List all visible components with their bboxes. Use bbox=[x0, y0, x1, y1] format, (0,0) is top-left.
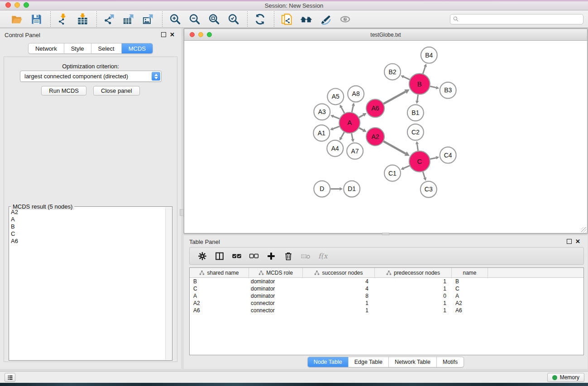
tab-network-table[interactable]: Network Table bbox=[388, 357, 436, 367]
zoom-out-icon bbox=[188, 13, 201, 25]
column-header-shared-name[interactable]: shared name bbox=[190, 268, 249, 277]
tab-motifs[interactable]: Motifs bbox=[436, 357, 464, 367]
function-builder-button[interactable]: f(x) bbox=[317, 251, 328, 262]
memory-button[interactable]: Memory bbox=[547, 373, 584, 382]
column-header-name[interactable]: name bbox=[452, 268, 488, 277]
tab-node-table[interactable]: Node Table bbox=[308, 357, 348, 367]
vertical-splitter-handle[interactable] bbox=[180, 209, 184, 216]
edge-A-A6[interactable] bbox=[359, 115, 363, 118]
edge-A-A1[interactable] bbox=[333, 126, 339, 129]
tab-mcds[interactable]: MCDS bbox=[121, 43, 153, 53]
arrowhead-icon bbox=[423, 177, 426, 181]
result-item[interactable]: C bbox=[11, 230, 165, 238]
select-all-checkboxes-button[interactable] bbox=[231, 251, 242, 262]
float-panel-icon[interactable] bbox=[161, 32, 166, 37]
table-row[interactable]: A6connector11A6 bbox=[190, 307, 583, 314]
column-header-filler bbox=[488, 268, 583, 277]
birds-eye-button[interactable] bbox=[338, 12, 352, 26]
cell: A2 bbox=[452, 300, 488, 306]
tab-select[interactable]: Select bbox=[91, 43, 121, 53]
graphics-details-button[interactable] bbox=[319, 12, 332, 26]
edge-A-A5[interactable] bbox=[341, 107, 344, 113]
table-row[interactable]: Bdominator41B bbox=[190, 278, 583, 285]
delete-row-button[interactable] bbox=[283, 251, 294, 262]
edge-B-B3[interactable] bbox=[430, 86, 436, 88]
network-view-window: testGlobe.txt B4B2BB3A5A8A6A3B1AC2A1A2A4… bbox=[184, 29, 588, 234]
result-item[interactable]: A6 bbox=[11, 238, 165, 245]
table-row[interactable]: Adominator80A bbox=[190, 292, 583, 300]
open-session-button[interactable] bbox=[10, 12, 24, 26]
close-table-panel-icon[interactable]: ✕ bbox=[575, 239, 580, 244]
node-label-A7: A7 bbox=[351, 148, 359, 155]
network-file-button[interactable] bbox=[280, 12, 293, 26]
zoom-out-button[interactable] bbox=[187, 12, 201, 26]
cell: A bbox=[452, 293, 488, 299]
node-label-A3: A3 bbox=[318, 108, 326, 115]
column-header-MCDS-role[interactable]: MCDS role bbox=[249, 268, 303, 277]
zoom-in-button[interactable] bbox=[168, 12, 182, 26]
export-table-button[interactable] bbox=[122, 12, 135, 26]
import-table-button[interactable] bbox=[76, 12, 89, 26]
close-panel-button[interactable]: Close panel bbox=[93, 86, 140, 95]
show-panels-button[interactable] bbox=[5, 373, 15, 382]
export-table-icon bbox=[123, 13, 135, 25]
column-selector-button[interactable] bbox=[214, 251, 225, 262]
tab-edge-table[interactable]: Edge Table bbox=[348, 357, 388, 367]
edge-A6-B[interactable] bbox=[383, 92, 405, 104]
column-label: name bbox=[463, 270, 476, 276]
network-canvas[interactable]: B4B2BB3A5A8A6A3B1AC2A1A2A4A7C4CC1C3DD1 bbox=[185, 41, 587, 233]
result-scrollbar[interactable] bbox=[165, 207, 172, 360]
edge-A-A3[interactable] bbox=[333, 116, 339, 119]
edge-B-B1[interactable] bbox=[417, 95, 418, 100]
mcds-result-box: MCDS result (5 nodes) A2ABCA6 bbox=[9, 206, 172, 361]
network-graph[interactable]: B4B2BB3A5A8A6A3B1AC2A1A2A4A7C4CC1C3DD1 bbox=[185, 41, 587, 233]
edge-C-C2[interactable] bbox=[417, 144, 418, 151]
add-row-button[interactable] bbox=[266, 251, 277, 262]
save-session-button[interactable] bbox=[29, 12, 43, 26]
table-row[interactable]: Cdominator41C bbox=[190, 285, 583, 292]
memory-indicator-dot bbox=[552, 375, 557, 380]
table-row[interactable]: A2connector11A2 bbox=[190, 300, 583, 307]
import-network-icon bbox=[57, 13, 69, 25]
column-header-predecessor-nodes[interactable]: predecessor nodes bbox=[375, 268, 452, 277]
edge-A-A8[interactable] bbox=[352, 106, 353, 112]
optimization-criterion-select[interactable]: largest connected component (directed) bbox=[20, 71, 162, 82]
result-item[interactable]: B bbox=[11, 223, 165, 230]
resize-grip[interactable] bbox=[581, 227, 587, 233]
edge-A-A2[interactable] bbox=[359, 128, 363, 130]
import-network-button[interactable] bbox=[56, 12, 70, 26]
deselect-all-checkboxes-button[interactable] bbox=[249, 251, 259, 262]
run-mcds-button[interactable]: Run MCDS bbox=[41, 86, 86, 95]
edge-A-A4[interactable] bbox=[341, 132, 344, 138]
close-panel-icon[interactable]: ✕ bbox=[170, 33, 175, 37]
tab-style[interactable]: Style bbox=[64, 43, 91, 53]
table-tab-row: Node TableEdge TableNetwork TableMotifs bbox=[184, 357, 588, 367]
cell: B bbox=[190, 278, 249, 285]
result-item[interactable]: A2 bbox=[11, 209, 165, 216]
edge-B-B4[interactable] bbox=[423, 67, 425, 73]
result-item[interactable]: A bbox=[11, 216, 165, 223]
edge-A-A7[interactable] bbox=[352, 133, 353, 139]
tab-network[interactable]: Network bbox=[29, 43, 64, 53]
zoom-fit-button[interactable] bbox=[207, 12, 220, 26]
export-network-button[interactable] bbox=[102, 12, 116, 26]
node-label-C: C bbox=[417, 157, 422, 165]
export-image-button[interactable] bbox=[141, 12, 155, 26]
column-header-successor-nodes[interactable]: successor nodes bbox=[303, 268, 375, 277]
search-input[interactable] bbox=[459, 15, 581, 23]
float-table-panel-icon[interactable] bbox=[567, 239, 572, 244]
edge-B-B2[interactable] bbox=[404, 77, 410, 80]
home-button[interactable] bbox=[299, 12, 313, 26]
edge-A2-C[interactable] bbox=[383, 141, 406, 153]
node-label-D: D bbox=[320, 185, 324, 192]
delete-table-button[interactable] bbox=[300, 251, 311, 262]
edge-C-C1[interactable] bbox=[404, 166, 410, 168]
search-field[interactable] bbox=[450, 14, 583, 24]
apply-layout-button[interactable] bbox=[253, 12, 267, 26]
edge-C-C4[interactable] bbox=[430, 158, 436, 159]
edge-C-C3[interactable] bbox=[423, 172, 425, 177]
arrowhead-icon bbox=[436, 156, 440, 159]
zoom-selected-button[interactable] bbox=[226, 12, 240, 26]
settings-button[interactable] bbox=[197, 251, 208, 262]
column-label: predecessor nodes bbox=[394, 270, 440, 276]
